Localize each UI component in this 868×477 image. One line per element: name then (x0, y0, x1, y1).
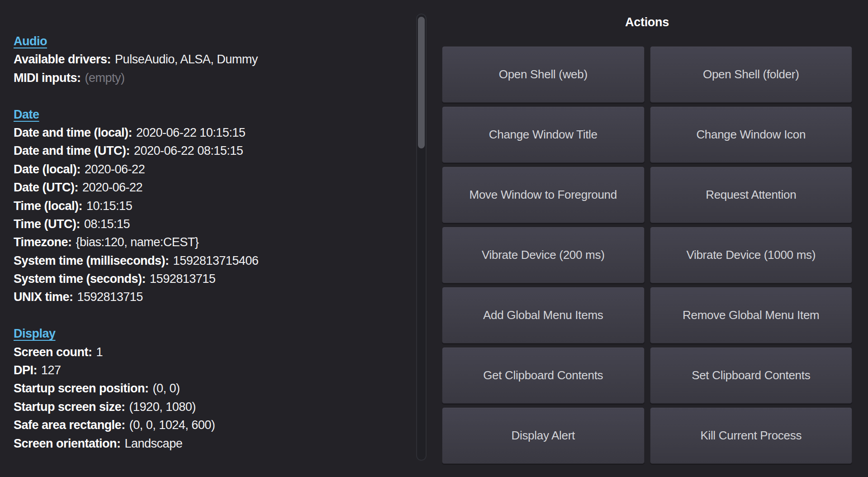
info-row: Time (UTC):08:15:15 (14, 215, 403, 233)
info-label: Date and time (local): (14, 126, 132, 139)
action-button-request-attention[interactable]: Request Attention (650, 167, 853, 223)
info-value: (0, 0, 1024, 600) (129, 418, 215, 432)
info-row: MIDI inputs:(empty) (14, 69, 403, 87)
scrollbar-track[interactable] (416, 14, 427, 461)
info-label: UNIX time: (14, 290, 73, 304)
info-value: (empty) (85, 71, 124, 85)
info-label: Time (local): (14, 199, 82, 213)
action-button-change-window-icon[interactable]: Change Window Icon (650, 106, 853, 163)
info-row: Screen orientation:Landscape (14, 434, 403, 453)
action-button-add-global-menu-items[interactable]: Add Global Menu Items (442, 287, 645, 343)
info-value: PulseAudio, ALSA, Dummy (115, 52, 258, 66)
info-label: MIDI inputs: (14, 71, 81, 85)
info-label: Startup screen position: (14, 382, 149, 395)
info-label: System time (seconds): (14, 272, 146, 286)
info-row: System time (seconds):1592813715 (14, 270, 403, 288)
actions-grid: Open Shell (web) Open Shell (folder) Cha… (442, 46, 852, 464)
section-gap (14, 87, 403, 105)
system-info-panel: Audio Available drivers:PulseAudio, ALSA… (14, 32, 403, 453)
action-button-change-window-title[interactable]: Change Window Title (442, 106, 645, 163)
section-gap (14, 306, 403, 324)
info-value: 2020-06-22 08:15:15 (134, 144, 243, 157)
info-row: Date (local):2020-06-22 (14, 160, 403, 178)
info-label: Safe area rectangle: (14, 418, 125, 432)
info-value: 127 (41, 363, 61, 377)
action-button-remove-global-menu-item[interactable]: Remove Global Menu Item (650, 287, 853, 343)
os-test-window: Audio Available drivers:PulseAudio, ALSA… (0, 0, 868, 477)
action-button-move-window-foreground[interactable]: Move Window to Foreground (442, 167, 645, 223)
action-button-vibrate-200ms[interactable]: Vibrate Device (200 ms) (442, 227, 645, 283)
info-value: 1592813715 (150, 272, 215, 286)
info-label: Screen orientation: (14, 437, 121, 450)
info-label: Startup screen size: (14, 400, 125, 414)
info-value: {bias:120, name:CEST} (76, 235, 199, 249)
action-button-get-clipboard-contents[interactable]: Get Clipboard Contents (442, 347, 645, 404)
info-label: Time (UTC): (14, 217, 80, 231)
info-label: DPI: (14, 363, 37, 377)
info-value: 1 (96, 345, 103, 359)
info-value: 1592813715 (77, 290, 143, 304)
action-button-display-alert[interactable]: Display Alert (442, 407, 645, 464)
scrollbar-thumb[interactable] (418, 17, 425, 148)
info-row: Date and time (UTC):2020-06-22 08:15:15 (14, 142, 403, 160)
info-row: Timezone:{bias:120, name:CEST} (14, 233, 403, 251)
info-row: DPI:127 (14, 361, 403, 379)
info-row: Safe area rectangle:(0, 0, 1024, 600) (14, 416, 403, 434)
info-label: Screen count: (14, 345, 92, 359)
section-heading-audio: Audio (14, 32, 403, 50)
action-button-vibrate-1000ms[interactable]: Vibrate Device (1000 ms) (650, 227, 853, 283)
info-label: Date (UTC): (14, 181, 78, 194)
info-value: 10:15:15 (86, 199, 132, 213)
info-value: 1592813715406 (173, 254, 259, 267)
info-label: Available drivers: (14, 52, 111, 66)
info-label: Date and time (UTC): (14, 144, 130, 157)
info-label: Date (local): (14, 162, 81, 176)
section-heading-display: Display (14, 324, 403, 343)
info-row: Date and time (local):2020-06-22 10:15:1… (14, 124, 403, 142)
info-row: Date (UTC):2020-06-22 (14, 178, 403, 196)
info-row: Startup screen position:(0, 0) (14, 379, 403, 397)
info-value: 2020-06-22 (85, 162, 145, 176)
info-value: 08:15:15 (84, 217, 130, 231)
info-value: 2020-06-22 (82, 181, 142, 194)
info-value: (1920, 1080) (129, 400, 196, 414)
action-button-set-clipboard-contents[interactable]: Set Clipboard Contents (650, 347, 853, 404)
action-button-open-shell-web[interactable]: Open Shell (web) (442, 46, 645, 103)
info-value: (0, 0) (153, 382, 180, 395)
info-label: System time (milliseconds): (14, 254, 169, 267)
actions-title: Actions (442, 15, 852, 29)
info-row: UNIX time:1592813715 (14, 288, 403, 306)
info-row: Screen count:1 (14, 343, 403, 361)
info-row: Startup screen size:(1920, 1080) (14, 398, 403, 416)
info-row: Available drivers:PulseAudio, ALSA, Dumm… (14, 50, 403, 68)
info-row: Time (local):10:15:15 (14, 197, 403, 215)
section-heading-date: Date (14, 105, 403, 124)
info-label: Timezone: (14, 235, 72, 249)
action-button-open-shell-folder[interactable]: Open Shell (folder) (650, 46, 853, 103)
info-value: 2020-06-22 10:15:15 (136, 126, 245, 139)
info-row: System time (milliseconds):1592813715406 (14, 252, 403, 270)
info-value: Landscape (125, 437, 183, 450)
action-button-kill-current-process[interactable]: Kill Current Process (650, 407, 853, 464)
